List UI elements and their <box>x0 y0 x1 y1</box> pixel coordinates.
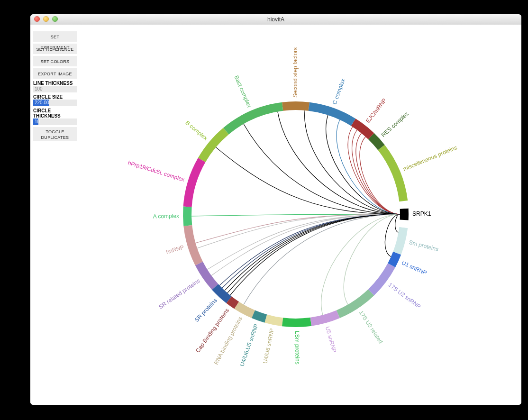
ring-segment-u2snrnp[interactable] <box>368 263 395 295</box>
chord <box>211 214 400 275</box>
export-image-button[interactable]: EXPORT IMAGE <box>33 68 77 79</box>
segment-label-ejc: EJC/mRNP <box>364 97 388 124</box>
toggle-duplicates-l2: DUPLICATES <box>41 135 69 140</box>
chord-diagram: Second step factorsBact complexB complex… <box>30 25 521 405</box>
circle-thickness-value: 10 <box>35 119 40 125</box>
ring-segment-misc[interactable] <box>378 145 408 201</box>
ring-segment-u2rel[interactable] <box>337 289 374 318</box>
ring-segment-srrel[interactable] <box>195 262 218 290</box>
ring-segment-hnrnp[interactable] <box>183 225 203 265</box>
chord <box>197 214 400 248</box>
ring-segment-acomplex[interactable] <box>183 206 192 226</box>
segment-label-acomplex: A complex <box>153 212 180 219</box>
circle-size-label: CIRCLE SIZE <box>33 94 77 100</box>
ring-segment-bact[interactable] <box>223 102 283 135</box>
circle-size-value: 220.00 <box>35 100 49 106</box>
window-controls <box>34 16 58 22</box>
line-thickness-slider[interactable]: 100 <box>33 86 77 92</box>
segment-label-hnrnp: hnRNP <box>165 244 185 255</box>
minimize-icon[interactable] <box>43 16 49 22</box>
chord <box>216 147 400 214</box>
chord <box>207 214 400 270</box>
set-colors-button[interactable]: SET COLORS <box>33 56 77 66</box>
sidebar: SET EXPERIMENT SET REFERENCE SET COLORS … <box>33 31 77 143</box>
app-window: hiovitA Second step factorsBact complexB… <box>30 14 521 405</box>
toggle-duplicates-button[interactable]: TOGGLE DUPLICATES <box>33 127 77 141</box>
segment-label-lsm: LSm proteins <box>294 331 301 365</box>
segment-label-srprot: SR proteins <box>193 297 218 323</box>
segment-label-u2rel: 17S U2 related <box>358 310 384 345</box>
segment-label-ccomplex: C complex <box>331 78 346 105</box>
visualization-canvas: Second step factorsBact complexB complex… <box>30 25 521 405</box>
chord <box>278 111 400 214</box>
segment-label-u4u6: U4/U6 snRNP <box>262 328 275 365</box>
chord <box>228 214 400 293</box>
segment-label-u1: U1 snRNP <box>401 259 428 276</box>
segment-label-srpk1: SRPK1 <box>412 210 431 217</box>
window-title: hiovitA <box>30 14 521 25</box>
segment-label-res: RES complex <box>380 110 410 138</box>
segment-label-hprp19: hPrp19/Cdc5L complex <box>127 159 185 183</box>
set-reference-button[interactable]: SET REFERENCE <box>33 44 77 54</box>
segment-label-bact: Bact complex <box>233 74 253 109</box>
segment-label-u4u6u5: U4/U6.U5 snRNP <box>238 323 260 367</box>
chord <box>219 214 400 285</box>
segment-label-u2snrnp: 17S U2 snRNP <box>387 282 422 310</box>
line-thickness-label: LINE THICKNESS <box>33 81 77 86</box>
zoom-icon[interactable] <box>52 16 58 22</box>
ring-segment-u5[interactable] <box>310 310 340 326</box>
segment-label-bcomplex: B complex <box>184 119 209 142</box>
circle-size-slider[interactable]: 220.00 <box>33 100 77 106</box>
circle-thickness-label: CIRCLE THICKNESS <box>33 108 77 119</box>
segment-label-secondstep: Second step factors <box>292 47 299 98</box>
segment-label-u5: U5 snRNP <box>324 326 338 353</box>
ring-segment-srpk1[interactable] <box>400 209 409 220</box>
ring-segment-gap2[interactable] <box>399 201 408 209</box>
segment-label-srrel: SR related proteins <box>157 277 201 310</box>
line-thickness-value: 100 <box>35 86 43 92</box>
titlebar: hiovitA <box>30 14 521 25</box>
ring-segment-gap1[interactable] <box>399 220 408 228</box>
ring-segment-hprp19[interactable] <box>183 158 206 207</box>
toggle-duplicates-l1: TOGGLE <box>46 129 64 134</box>
ring-segment-sm[interactable] <box>393 227 408 255</box>
circle-thickness-slider[interactable]: 10 <box>33 119 77 125</box>
close-icon[interactable] <box>34 16 40 22</box>
segment-label-misc: miscelleneous proteins <box>402 144 458 173</box>
set-experiment-button[interactable]: SET EXPERIMENT <box>33 31 77 42</box>
ring-segment-u4u6[interactable] <box>264 314 283 326</box>
ring-segment-secondstep[interactable] <box>282 101 310 111</box>
ring-segment-ccomplex[interactable] <box>309 102 355 126</box>
ring-segment-lsm[interactable] <box>282 318 311 327</box>
segment-label-sm: Sm proteins <box>408 239 439 253</box>
